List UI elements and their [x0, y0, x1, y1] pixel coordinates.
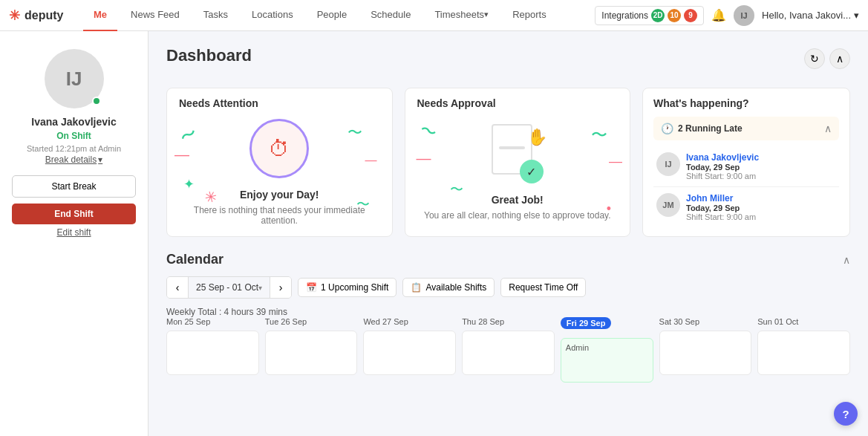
person-date-1: Today, 29 Sep — [686, 163, 759, 172]
calendar-header: Calendar ∧ — [166, 252, 850, 267]
cal-label-wed: Wed 27 Sep — [363, 317, 456, 326]
nav-news-feed[interactable]: News Feed — [120, 0, 190, 31]
brand-logo[interactable]: ✳ deputy — [9, 7, 83, 24]
nav-tasks[interactable]: Tasks — [193, 0, 238, 31]
edit-shift-link[interactable]: Edit shift — [56, 227, 91, 238]
needs-approval-card: Needs Approval 〜 — 〜 〜 — • ✓ — [405, 88, 631, 237]
date-range-chevron: ▾ — [258, 284, 262, 292]
available-shifts-label: Available Shifts — [425, 282, 486, 293]
cal-cell-wed — [363, 331, 456, 375]
collapse-running-late-button[interactable]: ∧ — [824, 123, 832, 134]
request-time-off-button[interactable]: Request Time Off — [500, 278, 586, 297]
deco-squiggle-3: 〜 — [347, 123, 362, 143]
weekly-total-text: Weekly Total : 4 hours 39 mins — [166, 307, 287, 317]
cal-label-thu: Thu 28 Sep — [462, 317, 555, 326]
main-content: Dashboard ↻ ∧ Needs Attention 〜 — ✦ ✳ 〜 — [149, 31, 868, 436]
calendar-controls: ‹ 25 Sep - 01 Oct ▾ › 📅 1 Upcoming Shift… — [166, 276, 850, 299]
next-week-button[interactable]: › — [270, 277, 291, 298]
shift-started-text: Started 12:21pm at Admin — [27, 144, 121, 153]
cal-label-tue: Tue 26 Sep — [265, 317, 358, 326]
prev-week-button[interactable]: ‹ — [167, 277, 188, 298]
collapse-calendar-button[interactable]: ∧ — [843, 254, 850, 266]
nav-locations[interactable]: Locations — [241, 0, 304, 31]
person-row-1: IJ Ivana Jakovljevic Today, 29 Sep Shift… — [653, 146, 839, 187]
calendar-section: Calendar ∧ ‹ 25 Sep - 01 Oct ▾ › 📅 1 Upc… — [166, 252, 850, 383]
deco-streak-2: — — [609, 154, 622, 169]
deco-dash-1: — — [174, 146, 189, 163]
needs-approval-body: 〜 — 〜 〜 — • ✓ ✋ — [405, 109, 630, 235]
cal-label-fri: Fri 29 Sep — [561, 317, 612, 329]
date-range-display[interactable]: 25 Sep - 01 Oct ▾ — [188, 277, 270, 298]
needs-approval-header: Needs Approval — [405, 88, 630, 109]
break-details-link[interactable]: Break details ▾ — [45, 154, 102, 165]
dashboard-actions: ↻ ∧ — [804, 48, 850, 69]
cal-cell-sun — [757, 331, 850, 375]
doc-line — [499, 146, 525, 149]
person-shift-1: Shift Start: 9:00 am — [686, 172, 759, 180]
cal-cell-thu — [462, 331, 555, 375]
start-break-button[interactable]: Start Break — [12, 175, 136, 198]
online-indicator — [92, 97, 101, 105]
cal-cell-tue — [265, 331, 358, 375]
refresh-button[interactable]: ↻ — [804, 48, 825, 69]
break-details-chevron: ▾ — [98, 154, 102, 165]
timesheets-dropdown-icon: ▾ — [484, 10, 489, 19]
cal-col-wed: Wed 27 Sep — [363, 317, 456, 383]
deco-dot: • — [607, 201, 611, 217]
upcoming-shift-button[interactable]: 📅 1 Upcoming Shift — [298, 278, 397, 297]
person-row-2: JM John Miller Today, 29 Sep Shift Start… — [653, 187, 839, 227]
integrations-button[interactable]: Integrations 2D 10 9 — [595, 6, 704, 25]
person-date-2: Today, 29 Sep — [686, 204, 756, 212]
collapse-dashboard-button[interactable]: ∧ — [829, 48, 850, 69]
dashboard-title: Dashboard — [166, 46, 252, 65]
help-button[interactable]: ? — [834, 402, 858, 426]
nav-people[interactable]: People — [307, 0, 357, 31]
cal-label-fri-wrap: Fri 29 Sep — [561, 317, 653, 333]
whats-happening-card: What's happening? 🕐 2 Running Late ∧ IJ … — [642, 88, 850, 237]
deco-squiggle-2: ✦ — [183, 176, 195, 192]
available-shifts-icon: 📋 — [411, 282, 422, 293]
cal-label-sun: Sun 01 Oct — [757, 317, 850, 326]
greeting-chevron: ▾ — [854, 10, 859, 21]
nav-reports[interactable]: Reports — [502, 0, 557, 31]
greeting-text: Hello, Ivana Jakovi... — [762, 10, 851, 21]
needs-attention-sub: There is nothing that needs your immedia… — [182, 205, 377, 226]
end-shift-button[interactable]: End Shift — [12, 204, 136, 224]
nav-me[interactable]: Me — [83, 0, 117, 31]
person-name-1[interactable]: Ivana Jakovljevic — [686, 152, 759, 163]
user-greeting[interactable]: Hello, Ivana Jakovi... ▾ — [762, 10, 859, 21]
admin-shift-label: Admin — [566, 343, 648, 352]
nav-timesheets[interactable]: Timesheets ▾ — [424, 0, 499, 31]
person-info-2: John Miller Today, 29 Sep Shift Start: 9… — [686, 193, 756, 221]
upcoming-shift-label: 1 Upcoming Shift — [321, 282, 388, 293]
notifications-bell[interactable]: 🔔 — [711, 8, 726, 22]
needs-approval-sub: You are all clear, nothing else to appro… — [424, 210, 611, 221]
cal-cell-mon — [166, 331, 259, 375]
deco-squiggle-6: 〜 — [591, 124, 607, 146]
cal-col-mon: Mon 25 Sep — [166, 317, 259, 383]
top-navigation: ✳ deputy Me News Feed Tasks Locations Pe… — [0, 0, 868, 31]
approval-illustration: ✓ ✋ — [492, 124, 544, 183]
cal-col-thu: Thu 28 Sep — [462, 317, 555, 383]
cal-col-sun: Sun 01 Oct — [757, 317, 850, 383]
cal-col-fri: Fri 29 Sep Admin — [561, 317, 653, 383]
deco-check-squiggle: 〜 — [417, 118, 440, 145]
nav-schedule[interactable]: Schedule — [360, 0, 421, 31]
needs-attention-header: Needs Attention — [167, 88, 392, 109]
user-avatar-small: IJ — [734, 5, 754, 26]
cal-label-mon: Mon 25 Sep — [166, 317, 259, 326]
available-shifts-button[interactable]: 📋 Available Shifts — [402, 278, 495, 297]
hand-icon: ✋ — [527, 128, 547, 147]
needs-attention-title: Needs Attention — [179, 97, 258, 109]
badge-10: 10 — [668, 9, 681, 22]
main-layout: IJ Ivana Jakovljevic On Shift Started 12… — [0, 31, 868, 436]
calendar-grid: Mon 25 Sep Tue 26 Sep Wed 27 Sep Thu 28 … — [166, 317, 850, 383]
clock-hand-icon: ⏱ — [269, 137, 290, 161]
sidebar: IJ Ivana Jakovljevic On Shift Started 12… — [0, 31, 149, 436]
cal-label-sat: Sat 30 Sep — [659, 317, 752, 326]
shift-status: On Shift — [56, 131, 91, 141]
deputy-icon: ✳ — [9, 7, 20, 24]
calendar-title: Calendar — [166, 252, 223, 267]
nav-items: Me News Feed Tasks Locations People Sche… — [83, 0, 595, 31]
person-name-2[interactable]: John Miller — [686, 193, 756, 204]
